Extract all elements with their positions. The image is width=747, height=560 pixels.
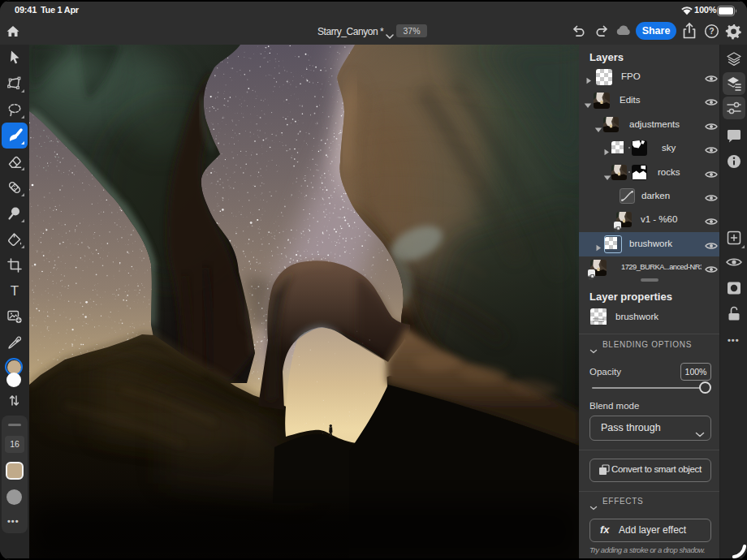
svg-text:?: ? (709, 26, 714, 36)
svg-text:T: T (11, 283, 19, 299)
